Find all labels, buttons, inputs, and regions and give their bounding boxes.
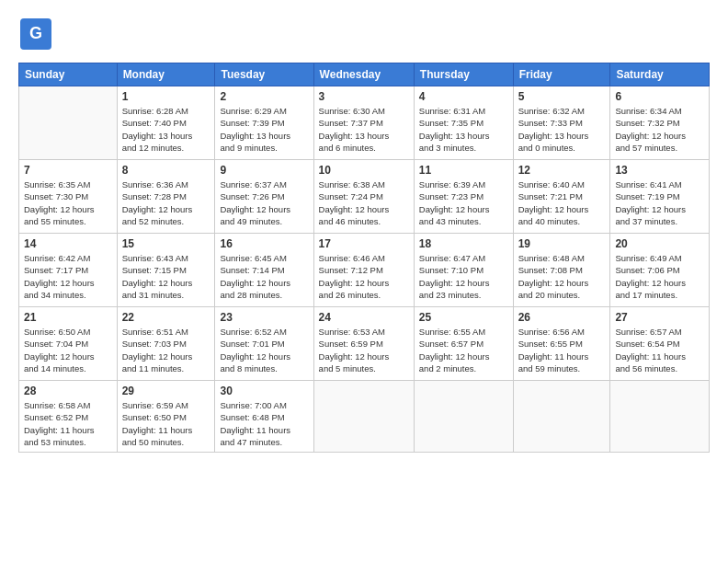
week-row-5: 28Sunrise: 6:58 AMSunset: 6:52 PMDayligh… (19, 381, 710, 453)
calendar-cell: 19Sunrise: 6:48 AMSunset: 7:08 PMDayligh… (513, 234, 610, 307)
day-number: 24 (319, 311, 409, 324)
calendar-cell: 4Sunrise: 6:31 AMSunset: 7:35 PMDaylight… (414, 86, 513, 160)
day-info: Sunrise: 6:49 AMSunset: 7:06 PMDaylight:… (615, 252, 704, 301)
day-info: Sunrise: 6:56 AMSunset: 6:55 PMDaylight:… (518, 326, 606, 374)
day-info: Sunrise: 6:45 AMSunset: 7:14 PMDaylight:… (220, 252, 308, 301)
logo: G (18, 17, 57, 53)
calendar-cell: 9Sunrise: 6:37 AMSunset: 7:26 PMDaylight… (215, 160, 313, 234)
day-number: 11 (419, 164, 508, 177)
day-number: 25 (419, 311, 508, 324)
day-info: Sunrise: 6:52 AMSunset: 7:01 PMDaylight:… (220, 326, 308, 374)
week-row-3: 14Sunrise: 6:42 AMSunset: 7:17 PMDayligh… (19, 234, 710, 307)
calendar-cell: 8Sunrise: 6:36 AMSunset: 7:28 PMDaylight… (117, 160, 215, 234)
day-number: 30 (220, 385, 308, 397)
day-info: Sunrise: 6:35 AMSunset: 7:30 PMDaylight:… (24, 178, 112, 227)
calendar-cell (414, 381, 513, 453)
day-number: 5 (518, 90, 606, 103)
calendar-cell: 25Sunrise: 6:55 AMSunset: 6:57 PMDayligh… (414, 307, 513, 381)
day-info: Sunrise: 6:43 AMSunset: 7:15 PMDaylight:… (122, 252, 210, 301)
day-number: 22 (122, 311, 210, 324)
calendar-cell: 27Sunrise: 6:57 AMSunset: 6:54 PMDayligh… (610, 307, 710, 381)
calendar-cell: 18Sunrise: 6:47 AMSunset: 7:10 PMDayligh… (414, 234, 513, 307)
day-info: Sunrise: 6:42 AMSunset: 7:17 PMDaylight:… (24, 252, 112, 301)
day-number: 18 (419, 237, 508, 250)
day-number: 20 (615, 237, 704, 250)
calendar-cell: 13Sunrise: 6:41 AMSunset: 7:19 PMDayligh… (610, 160, 710, 234)
calendar-cell: 26Sunrise: 6:56 AMSunset: 6:55 PMDayligh… (513, 307, 610, 381)
day-number: 10 (319, 164, 409, 177)
day-number: 26 (518, 311, 606, 324)
calendar: SundayMondayTuesdayWednesdayThursdayFrid… (18, 63, 710, 453)
day-info: Sunrise: 6:28 AMSunset: 7:40 PMDaylight:… (122, 105, 210, 154)
week-row-2: 7Sunrise: 6:35 AMSunset: 7:30 PMDaylight… (19, 160, 710, 234)
calendar-cell: 16Sunrise: 6:45 AMSunset: 7:14 PMDayligh… (215, 234, 313, 307)
day-number: 13 (615, 164, 704, 177)
day-number: 6 (615, 90, 704, 103)
day-info: Sunrise: 6:50 AMSunset: 7:04 PMDaylight:… (24, 326, 112, 374)
calendar-cell: 2Sunrise: 6:29 AMSunset: 7:39 PMDaylight… (215, 86, 313, 160)
calendar-cell: 30Sunrise: 7:00 AMSunset: 6:48 PMDayligh… (215, 381, 313, 453)
calendar-cell: 3Sunrise: 6:30 AMSunset: 7:37 PMDaylight… (313, 86, 414, 160)
day-number: 9 (220, 164, 308, 177)
day-info: Sunrise: 6:53 AMSunset: 6:59 PMDaylight:… (319, 326, 409, 374)
day-number: 4 (419, 90, 508, 103)
day-number: 3 (319, 90, 409, 103)
calendar-cell (610, 381, 710, 453)
calendar-cell: 12Sunrise: 6:40 AMSunset: 7:21 PMDayligh… (513, 160, 610, 234)
day-info: Sunrise: 6:34 AMSunset: 7:32 PMDaylight:… (615, 105, 704, 154)
calendar-cell: 20Sunrise: 6:49 AMSunset: 7:06 PMDayligh… (610, 234, 710, 307)
calendar-cell: 11Sunrise: 6:39 AMSunset: 7:23 PMDayligh… (414, 160, 513, 234)
day-info: Sunrise: 6:31 AMSunset: 7:35 PMDaylight:… (419, 105, 508, 154)
calendar-cell: 21Sunrise: 6:50 AMSunset: 7:04 PMDayligh… (19, 307, 118, 381)
weekday-header-row: SundayMondayTuesdayWednesdayThursdayFrid… (19, 63, 710, 86)
day-info: Sunrise: 6:39 AMSunset: 7:23 PMDaylight:… (419, 178, 508, 227)
calendar-cell: 5Sunrise: 6:32 AMSunset: 7:33 PMDaylight… (513, 86, 610, 160)
day-number: 15 (122, 237, 210, 250)
day-number: 17 (319, 237, 409, 250)
day-info: Sunrise: 6:32 AMSunset: 7:33 PMDaylight:… (518, 105, 606, 154)
day-number: 12 (518, 164, 606, 177)
day-info: Sunrise: 6:47 AMSunset: 7:10 PMDaylight:… (419, 252, 508, 301)
calendar-cell: 10Sunrise: 6:38 AMSunset: 7:24 PMDayligh… (313, 160, 414, 234)
calendar-cell: 14Sunrise: 6:42 AMSunset: 7:17 PMDayligh… (19, 234, 118, 307)
calendar-cell: 6Sunrise: 6:34 AMSunset: 7:32 PMDaylight… (610, 86, 710, 160)
day-info: Sunrise: 6:29 AMSunset: 7:39 PMDaylight:… (220, 105, 308, 154)
calendar-cell (513, 381, 610, 453)
day-info: Sunrise: 6:41 AMSunset: 7:19 PMDaylight:… (615, 178, 704, 227)
day-number: 14 (24, 237, 112, 250)
day-info: Sunrise: 6:58 AMSunset: 6:52 PMDaylight:… (24, 399, 112, 448)
svg-text:G: G (29, 24, 42, 42)
calendar-cell: 7Sunrise: 6:35 AMSunset: 7:30 PMDaylight… (19, 160, 118, 234)
day-info: Sunrise: 6:40 AMSunset: 7:21 PMDaylight:… (518, 178, 606, 227)
day-info: Sunrise: 6:59 AMSunset: 6:50 PMDaylight:… (122, 399, 210, 448)
calendar-cell (19, 86, 118, 160)
weekday-header-saturday: Saturday (610, 63, 710, 86)
day-number: 16 (220, 237, 308, 250)
calendar-cell (313, 381, 414, 453)
day-info: Sunrise: 6:37 AMSunset: 7:26 PMDaylight:… (220, 178, 308, 227)
day-info: Sunrise: 6:55 AMSunset: 6:57 PMDaylight:… (419, 326, 508, 374)
calendar-cell: 1Sunrise: 6:28 AMSunset: 7:40 PMDaylight… (117, 86, 215, 160)
day-number: 23 (220, 311, 308, 324)
weekday-header-thursday: Thursday (414, 63, 513, 86)
day-info: Sunrise: 6:46 AMSunset: 7:12 PMDaylight:… (319, 252, 409, 301)
weekday-header-wednesday: Wednesday (313, 63, 414, 86)
day-info: Sunrise: 6:36 AMSunset: 7:28 PMDaylight:… (122, 178, 210, 227)
day-number: 7 (24, 164, 112, 177)
calendar-cell: 23Sunrise: 6:52 AMSunset: 7:01 PMDayligh… (215, 307, 313, 381)
day-number: 1 (122, 90, 210, 103)
weekday-header-sunday: Sunday (19, 63, 118, 86)
week-row-4: 21Sunrise: 6:50 AMSunset: 7:04 PMDayligh… (19, 307, 710, 381)
calendar-cell: 24Sunrise: 6:53 AMSunset: 6:59 PMDayligh… (313, 307, 414, 381)
day-number: 27 (615, 311, 704, 324)
day-number: 21 (24, 311, 112, 324)
logo-icon: G (18, 17, 53, 52)
day-number: 2 (220, 90, 308, 103)
day-number: 29 (122, 385, 210, 397)
weekday-header-tuesday: Tuesday (215, 63, 313, 86)
day-info: Sunrise: 6:48 AMSunset: 7:08 PMDaylight:… (518, 252, 606, 301)
day-number: 8 (122, 164, 210, 177)
day-info: Sunrise: 7:00 AMSunset: 6:48 PMDaylight:… (220, 399, 308, 448)
calendar-cell: 17Sunrise: 6:46 AMSunset: 7:12 PMDayligh… (313, 234, 414, 307)
day-info: Sunrise: 6:51 AMSunset: 7:03 PMDaylight:… (122, 326, 210, 374)
